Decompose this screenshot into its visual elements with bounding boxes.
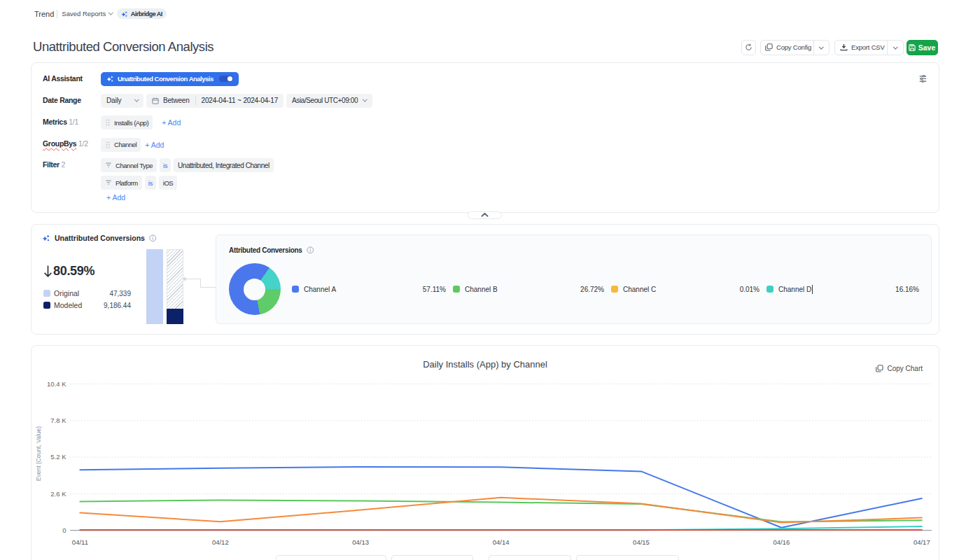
svg-text:04/14: 04/14 — [493, 538, 510, 546]
svg-text:10.4 K: 10.4 K — [47, 380, 66, 388]
svg-text:2.6 K: 2.6 K — [50, 490, 66, 498]
svg-text:Event (Count, Value): Event (Count, Value) — [35, 426, 42, 481]
svg-text:04/15: 04/15 — [633, 538, 650, 546]
svg-text:04/11: 04/11 — [72, 538, 88, 546]
svg-text:04/16: 04/16 — [774, 538, 790, 546]
svg-text:04/13: 04/13 — [352, 538, 369, 546]
svg-text:0: 0 — [62, 526, 66, 534]
svg-text:04/17: 04/17 — [913, 538, 930, 546]
svg-text:04/12: 04/12 — [212, 538, 229, 546]
svg-text:7.8 K: 7.8 K — [50, 416, 66, 424]
svg-text:5.2 K: 5.2 K — [50, 453, 66, 461]
